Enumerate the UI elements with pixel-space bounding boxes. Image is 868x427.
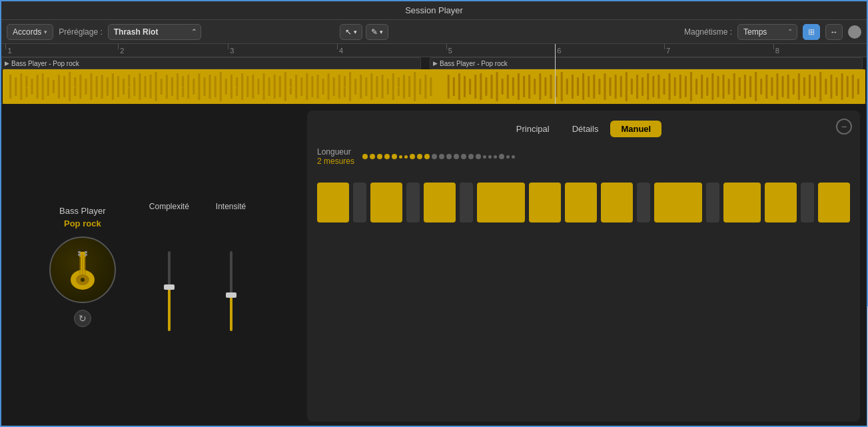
app-title: Session Player [405,5,463,15]
align-btn[interactable]: ⊞ [803,24,820,40]
ruler: 1 2 3 4 5 6 7 8 [1,44,867,57]
dot-6[interactable] [399,155,402,159]
svg-rect-29 [161,79,163,95]
preglage-dropdown[interactable]: Thrash Riot [108,24,201,40]
svg-rect-56 [306,73,308,100]
dot-2[interactable] [370,154,375,159]
dot-7[interactable] [404,155,408,159]
beat-1[interactable] [317,183,349,222]
svg-rect-2 [15,77,17,96]
dot-22[interactable] [506,155,510,159]
magnetisme-value-text: Temps [743,27,767,37]
beat-gap-2[interactable] [406,183,420,222]
svg-rect-82 [458,73,460,100]
beat-5[interactable] [529,183,561,222]
beat-3[interactable] [424,183,456,222]
svg-rect-137 [755,72,757,101]
beat-gap-1[interactable] [353,183,366,222]
expand-horizontal-btn[interactable]: ↔ [825,24,843,40]
dot-18[interactable] [483,155,486,159]
svg-rect-104 [577,77,579,96]
svg-rect-91 [507,75,509,99]
dot-17[interactable] [476,154,481,159]
svg-rect-1 [9,75,11,99]
svg-rect-80 [448,75,450,99]
beat-gap-4[interactable] [637,183,650,222]
waveform-svg: // This will be replaced by inline SVG p… [3,69,865,104]
dot-1[interactable] [362,154,368,159]
region-icon-1: ▶ [5,60,9,67]
svg-rect-103 [572,75,574,99]
magnetisme-label: Magnétisme : [684,27,732,37]
beat-gap-5[interactable] [706,183,719,222]
svg-rect-115 [636,75,638,99]
dot-16[interactable] [468,154,474,159]
beat-2[interactable] [370,183,402,222]
svg-rect-128 [706,77,708,96]
dot-21[interactable] [499,154,504,159]
dot-20[interactable] [494,155,497,159]
intensite-thumb[interactable] [226,292,236,298]
expand-btn[interactable]: − [836,119,852,135]
dot-13[interactable] [446,154,452,159]
dot-8[interactable] [410,154,415,159]
magnetisme-dropdown[interactable]: Temps [737,24,797,40]
beat-7[interactable] [601,183,633,222]
align-icon: ⊞ [808,27,815,37]
svg-rect-153 [841,73,843,100]
dot-12[interactable] [439,154,444,159]
beat-6[interactable] [565,183,597,222]
dot-14[interactable] [454,154,459,159]
beat-gap-3[interactable] [460,183,473,222]
beat-gap-6[interactable] [801,183,814,222]
svg-rect-119 [657,75,659,99]
complexite-slider[interactable] [168,251,171,331]
track-area: ▶ Bass Player - Pop rock ▶ Bass Player -… [1,57,867,104]
svg-rect-77 [419,79,421,95]
track-region-1[interactable]: ▶ Bass Player - Pop rock [1,57,421,69]
svg-rect-148 [814,76,816,97]
beat-9[interactable] [723,183,761,222]
dot-10[interactable] [424,154,430,159]
track-region-2[interactable]: ▶ Bass Player - Pop rock [430,57,863,69]
tab-details[interactable]: Détails [562,121,610,137]
svg-rect-14 [79,75,81,99]
dot-23[interactable] [512,155,515,159]
svg-rect-143 [787,75,789,99]
dot-5[interactable] [392,154,397,159]
tab-manuel[interactable]: Manuel [610,121,661,137]
record-btn[interactable] [848,25,861,39]
instrument-avatar[interactable] [49,236,116,303]
svg-rect-20 [112,73,114,100]
svg-text:→: → [232,83,238,91]
beat-11[interactable] [818,183,850,222]
svg-rect-18 [101,75,103,99]
dot-9[interactable] [417,154,422,159]
refresh-btn[interactable]: ↻ [74,310,91,327]
intensite-slider[interactable] [230,251,232,331]
beat-10[interactable] [765,183,797,222]
dot-11[interactable] [432,154,437,159]
svg-rect-9 [53,80,55,93]
svg-rect-57 [311,76,313,97]
svg-rect-95 [528,75,530,99]
longueur-value[interactable]: 2 mesures [317,157,357,166]
ruler-mark-6: 6 [555,44,561,57]
dot-15[interactable] [461,154,466,159]
tab-principal[interactable]: Principal [506,121,560,137]
svg-text:→: → [394,83,400,91]
svg-rect-38 [209,75,211,99]
svg-rect-139 [765,75,767,99]
dot-3[interactable] [377,154,382,159]
pencil-tool-btn[interactable]: ✎ ▾ [366,24,388,40]
beat-8[interactable] [654,183,702,222]
complexite-thumb[interactable] [164,284,175,290]
dot-4[interactable] [384,154,390,159]
cursor-tool-btn[interactable]: ↖ ▾ [340,24,362,40]
svg-rect-25 [139,73,141,100]
svg-rect-7 [42,73,44,100]
beat-4[interactable] [477,183,525,222]
accords-dropdown[interactable]: Accords ▾ [7,24,53,40]
svg-rect-108 [598,79,600,95]
dot-19[interactable] [488,155,492,159]
